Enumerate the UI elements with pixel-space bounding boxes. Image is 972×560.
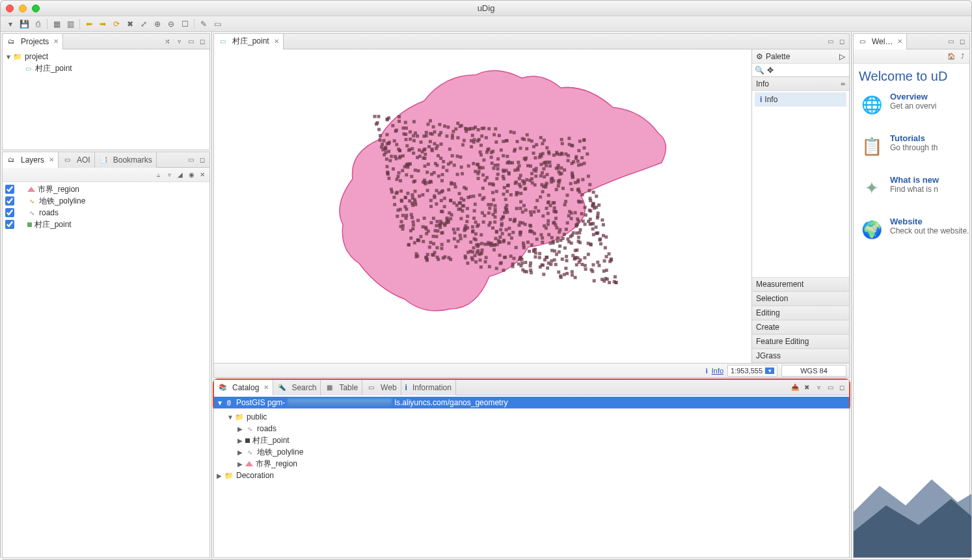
print-icon[interactable]: ⎙ [32, 18, 44, 30]
tab-bookmarks[interactable]: 📑 Bookmarks [95, 152, 157, 168]
close-icon[interactable]: ✕ [263, 384, 269, 391]
close-icon[interactable]: ✕ [49, 156, 54, 163]
chevron-right-icon[interactable]: ▷ [839, 52, 845, 61]
layer-row[interactable]: 市界_region [3, 183, 209, 195]
zoom-out-icon[interactable]: ⊖ [165, 18, 177, 30]
minimize-icon[interactable]: ▭ [946, 37, 955, 46]
svg-rect-295 [402, 132, 405, 135]
catalog-table[interactable]: ▶地铁_polyline [214, 446, 849, 458]
svg-rect-443 [479, 150, 482, 153]
edit-icon[interactable]: ✎ [198, 18, 209, 30]
line2-icon [245, 447, 254, 457]
tab-catalog[interactable]: 📚Catalog✕ [214, 380, 273, 395]
maximize-icon[interactable]: ◻ [198, 37, 207, 46]
palette-group[interactable]: Selection [752, 291, 849, 306]
minimize-icon[interactable]: ▭ [186, 155, 195, 165]
maximize-icon[interactable]: ◻ [958, 37, 967, 46]
svg-rect-468 [440, 199, 443, 202]
close-window-button[interactable] [6, 5, 14, 12]
collapse-icon[interactable]: ∞ [841, 81, 845, 87]
zoom-window-button[interactable] [32, 5, 40, 12]
back-icon[interactable]: ⬅ [83, 18, 95, 30]
catalog-postgis-node[interactable]: ▼ PostGIS pgm- ls.aliyuncs.com/ganos_geo… [214, 397, 849, 408]
catalog-table[interactable]: ▶村庄_point [214, 434, 849, 446]
catalog-decoration[interactable]: ▶Decoration [214, 470, 849, 481]
tab-web[interactable]: ▭Web [362, 380, 401, 395]
layer-row[interactable]: 地铁_polyline [3, 195, 209, 207]
project-root[interactable]: ▼ project [3, 51, 209, 62]
tab-projects[interactable]: 🗂 Projects ✕ [3, 34, 63, 49]
tab-search[interactable]: 🔦Search [273, 380, 321, 395]
layer-row[interactable]: 村庄_point [3, 219, 209, 230]
tab-information[interactable]: iInformation [401, 380, 456, 395]
menu-icon[interactable]: ▿ [174, 37, 183, 46]
info-link[interactable]: Info [712, 367, 723, 375]
maximize-icon[interactable]: ◻ [198, 155, 207, 165]
move-icon[interactable]: ✥ [767, 66, 774, 75]
close-icon[interactable]: ✕ [897, 38, 902, 45]
project-map[interactable]: 村庄_point [3, 62, 209, 74]
search-icon[interactable]: 🔍 [755, 66, 764, 75]
filter-icon[interactable]: ◉ [187, 170, 196, 180]
layer-visibility-checkbox[interactable] [5, 196, 14, 206]
minimize-icon[interactable]: ▭ [186, 37, 195, 46]
map-tab[interactable]: 村庄_point ✕ [214, 34, 284, 49]
palette-group[interactable]: Editing [752, 306, 849, 320]
palette-group[interactable]: JGrass [752, 349, 849, 363]
delete-icon[interactable]: ✕ [198, 170, 207, 180]
svg-rect-890 [543, 161, 546, 165]
new-icon[interactable]: ▾ [5, 18, 16, 30]
tools-icon[interactable]: ✖ [124, 18, 136, 30]
grid-icon[interactable]: ▦ [51, 18, 62, 30]
info-tool[interactable]: iInfo [755, 92, 846, 107]
tab-layers[interactable]: 🗂 Layers ✕ [3, 152, 59, 168]
palette-group[interactable]: Measurement [752, 277, 849, 291]
minimize-icon[interactable]: ▭ [826, 383, 835, 392]
layer-row[interactable]: roads [3, 207, 209, 219]
tab-table[interactable]: ▦Table [321, 380, 362, 395]
layer-visibility-checkbox[interactable] [5, 220, 14, 229]
remove-icon[interactable]: ✖ [802, 383, 811, 392]
style-icon[interactable]: ◢ [176, 170, 185, 180]
close-icon[interactable]: ✕ [274, 38, 279, 45]
tab-aoi[interactable]: ▭ AOI [59, 152, 95, 168]
down-icon[interactable]: ▿ [165, 170, 174, 180]
svg-rect-106 [437, 174, 440, 178]
maximize-icon[interactable]: ◻ [837, 383, 846, 392]
expand-icon[interactable]: ⤢ [138, 18, 150, 30]
close-icon[interactable]: ✕ [53, 38, 59, 45]
select-icon[interactable]: ☐ [179, 18, 191, 30]
palette-group[interactable]: Create [752, 320, 849, 334]
welcome-item[interactable]: ✦What is newFind what is n [859, 175, 964, 201]
svg-rect-348 [483, 243, 487, 246]
refresh-icon[interactable]: ⟳ [111, 18, 122, 30]
catalog-schema[interactable]: ▼public [214, 411, 849, 423]
commit-icon[interactable]: ▭ [211, 18, 223, 30]
forward-icon[interactable]: ➡ [97, 18, 109, 30]
svg-rect-407 [548, 165, 552, 168]
catalog-table[interactable]: ▶roads [214, 423, 849, 434]
minimize-icon[interactable]: ▭ [826, 37, 835, 46]
zoom-in-icon[interactable]: ⊕ [152, 18, 163, 30]
crs-display[interactable]: WGS 84 [781, 365, 846, 377]
palette-group[interactable]: Feature Editing [752, 334, 849, 349]
layer-visibility-checkbox[interactable] [5, 208, 14, 217]
layout-icon[interactable]: ▥ [64, 18, 76, 30]
welcome-item[interactable]: 🌍WebsiteCheck out the website. [859, 217, 964, 243]
catalog-table[interactable]: ▶市界_region [214, 458, 849, 470]
layer-visibility-checkbox[interactable] [5, 185, 14, 194]
tab-welcome[interactable]: ▭Wel…✕ [854, 34, 907, 49]
save-icon[interactable]: 💾 [18, 18, 30, 30]
import-icon[interactable]: 📥 [790, 383, 800, 392]
minimize-window-button[interactable] [19, 5, 27, 12]
scale-input[interactable]: 1:953,555▾ [727, 365, 777, 377]
map-canvas[interactable] [214, 49, 751, 363]
nav-icon[interactable]: ⤴ [958, 52, 967, 61]
menu-icon[interactable]: ▿ [814, 383, 823, 392]
home-icon[interactable]: 🏠 [947, 52, 956, 61]
link-icon[interactable]: ⤭ [163, 37, 172, 46]
maximize-icon[interactable]: ◻ [837, 37, 846, 46]
welcome-item[interactable]: 🌐OverviewGet an overvi [859, 92, 964, 118]
up-icon[interactable]: ▵ [154, 170, 163, 180]
welcome-item[interactable]: 📋TutorialsGo through th [859, 133, 964, 159]
